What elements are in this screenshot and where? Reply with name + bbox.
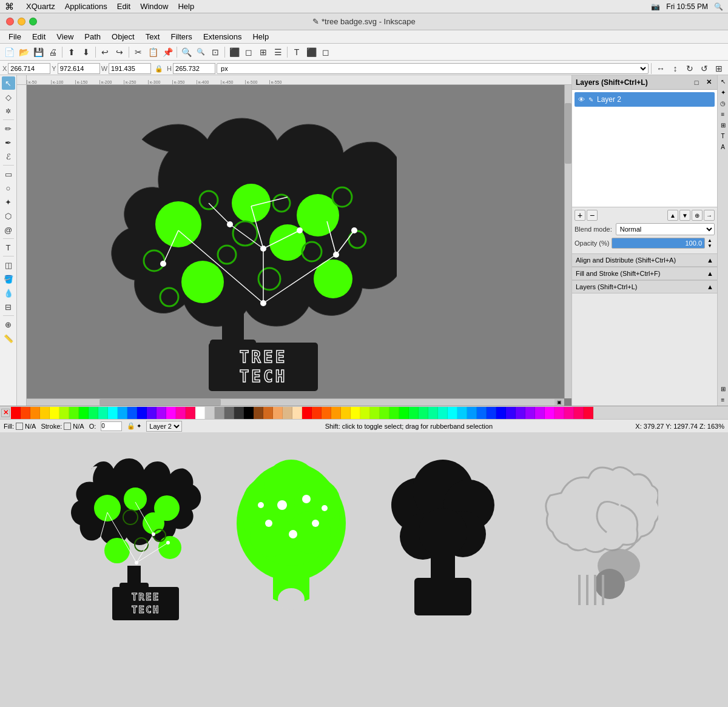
zoom-tool[interactable]: ✲ bbox=[2, 104, 15, 118]
close-button[interactable] bbox=[6, 18, 14, 25]
search-icon[interactable]: 🔍 bbox=[714, 2, 723, 11]
menu-object[interactable]: Object bbox=[107, 32, 140, 42]
re-icon-1[interactable]: ↖ bbox=[718, 76, 728, 86]
menu-view[interactable]: View bbox=[52, 32, 78, 42]
color-swatch[interactable] bbox=[302, 407, 312, 419]
redo-icon[interactable]: ↪ bbox=[113, 45, 126, 59]
color-swatch[interactable] bbox=[584, 407, 593, 419]
color-swatch[interactable] bbox=[487, 407, 496, 419]
color-swatch[interactable] bbox=[564, 407, 574, 419]
canvas-area[interactable]: ĸ-50 ĸ-100 ĸ-150 ĸ-200 ĸ-250 ĸ-300 ĸ-350… bbox=[17, 75, 571, 406]
layers-section[interactable]: Layers (Shift+Ctrl+L) ▲ bbox=[572, 280, 717, 293]
canvas-inner[interactable]: TREE TECH bbox=[27, 85, 571, 406]
rect-tool[interactable]: ▭ bbox=[2, 167, 15, 181]
align-section-toggle[interactable]: ▲ bbox=[707, 256, 713, 264]
window-controls[interactable] bbox=[6, 18, 37, 25]
stroke-icon[interactable]: ◻ bbox=[319, 45, 332, 59]
zoom-fit-icon[interactable]: ⊡ bbox=[209, 45, 222, 59]
color-swatch[interactable] bbox=[205, 407, 215, 419]
color-swatch[interactable] bbox=[234, 407, 244, 419]
color-swatch[interactable] bbox=[389, 407, 399, 419]
color-swatch[interactable] bbox=[399, 407, 409, 419]
re-icon-7[interactable]: A bbox=[718, 142, 728, 152]
color-swatch[interactable] bbox=[50, 407, 59, 419]
text-tool-icon[interactable]: T bbox=[290, 45, 303, 59]
color-swatch[interactable] bbox=[516, 407, 525, 419]
opacity-down[interactable]: ▼ bbox=[707, 243, 715, 249]
fill-tool[interactable]: 🪣 bbox=[2, 272, 15, 286]
layer-raise-btn[interactable]: ▼ bbox=[679, 210, 690, 221]
node-icon[interactable]: ◻ bbox=[242, 45, 255, 59]
star-tool[interactable]: ✦ bbox=[2, 195, 15, 209]
opacity-input[interactable] bbox=[101, 421, 122, 431]
snap-icon[interactable]: ⊞ bbox=[712, 62, 726, 75]
color-swatch[interactable] bbox=[467, 407, 477, 419]
color-swatch[interactable] bbox=[574, 407, 584, 419]
spray-tool[interactable]: 💧 bbox=[2, 286, 15, 300]
apple-menu[interactable]: ⌘ bbox=[5, 1, 14, 12]
lock-proportions-icon[interactable]: 🔒 bbox=[152, 62, 166, 75]
text-tool[interactable]: T bbox=[2, 241, 15, 254]
ellipse-tool[interactable]: ○ bbox=[2, 181, 15, 195]
zoom-in-icon[interactable]: 🔍 bbox=[180, 45, 193, 59]
layer-select[interactable]: Layer 2 bbox=[146, 421, 182, 432]
open-icon[interactable]: 📂 bbox=[17, 45, 30, 59]
color-swatch[interactable] bbox=[69, 407, 79, 419]
v-scrollbar[interactable] bbox=[564, 85, 571, 398]
color-swatch[interactable] bbox=[147, 407, 157, 419]
copy-icon[interactable]: 📋 bbox=[146, 45, 160, 59]
rotate-ccw-icon[interactable]: ↺ bbox=[698, 62, 711, 75]
color-swatch[interactable] bbox=[127, 407, 137, 419]
layers-section-toggle[interactable]: ▲ bbox=[707, 283, 713, 290]
color-swatch[interactable] bbox=[254, 407, 263, 419]
color-swatch[interactable] bbox=[409, 407, 419, 419]
layer-up-btn[interactable]: ▲ bbox=[667, 210, 678, 221]
paste-icon[interactable]: 📌 bbox=[161, 45, 174, 59]
measure-tool[interactable]: 📏 bbox=[2, 332, 15, 345]
zoom-out-icon[interactable]: 🔍 bbox=[194, 45, 207, 59]
menu-extensions[interactable]: Extensions bbox=[198, 32, 247, 42]
color-swatch[interactable] bbox=[370, 407, 380, 419]
color-swatch[interactable] bbox=[89, 407, 98, 419]
menubar-window[interactable]: Window bbox=[140, 2, 168, 11]
3d-box-tool[interactable]: ⬡ bbox=[2, 209, 15, 223]
color-swatch[interactable] bbox=[98, 407, 108, 419]
fill-icon[interactable]: ⬛ bbox=[305, 45, 318, 59]
layer-move-btn[interactable]: → bbox=[704, 210, 715, 221]
color-swatch[interactable] bbox=[312, 407, 322, 419]
menubar-applications[interactable]: Applications bbox=[65, 2, 107, 11]
color-swatch[interactable] bbox=[545, 407, 554, 419]
node-tool[interactable]: ◇ bbox=[2, 90, 15, 104]
pen-tool[interactable]: ✏ bbox=[2, 122, 15, 135]
color-swatch[interactable] bbox=[108, 407, 118, 419]
eraser-tool[interactable]: ⊟ bbox=[2, 300, 15, 313]
color-swatch[interactable] bbox=[224, 407, 234, 419]
layer-name[interactable]: Layer 2 bbox=[597, 95, 621, 104]
import-icon[interactable]: ⬆ bbox=[65, 45, 78, 59]
menubar-help[interactable]: Help bbox=[178, 2, 194, 11]
y-input[interactable] bbox=[58, 63, 100, 74]
color-swatch[interactable] bbox=[525, 407, 535, 419]
color-swatch[interactable] bbox=[380, 407, 389, 419]
menu-path[interactable]: Path bbox=[79, 32, 106, 42]
color-swatch[interactable] bbox=[331, 407, 341, 419]
layer-eye-icon[interactable]: 👁 bbox=[578, 96, 585, 103]
menu-filters[interactable]: Filters bbox=[166, 32, 197, 42]
color-swatch[interactable] bbox=[457, 407, 467, 419]
remove-layer-btn[interactable]: − bbox=[587, 210, 598, 221]
gradient-tool[interactable]: ◫ bbox=[2, 258, 15, 272]
rotate-cw-icon[interactable]: ↻ bbox=[683, 62, 696, 75]
spiral-tool[interactable]: @ bbox=[2, 223, 15, 236]
color-swatch[interactable] bbox=[166, 407, 176, 419]
menu-edit[interactable]: Edit bbox=[27, 32, 50, 42]
fill-stroke-section[interactable]: Fill and Stroke (Shift+Ctrl+F) ▲ bbox=[572, 267, 717, 280]
color-swatch[interactable] bbox=[186, 407, 195, 419]
unit-select[interactable]: px bbox=[217, 63, 649, 74]
re-icon-6[interactable]: T bbox=[718, 131, 728, 141]
color-swatch[interactable] bbox=[244, 407, 254, 419]
print-icon[interactable]: 🖨 bbox=[46, 45, 59, 59]
re-icon-4[interactable]: ≡ bbox=[718, 109, 728, 119]
color-swatch[interactable] bbox=[351, 407, 360, 419]
thumbnail-4[interactable] bbox=[525, 444, 658, 632]
color-swatch[interactable] bbox=[360, 407, 370, 419]
